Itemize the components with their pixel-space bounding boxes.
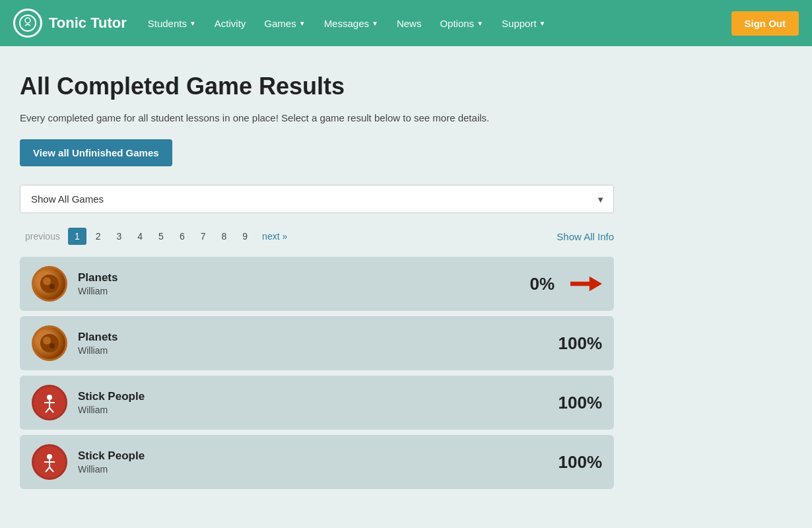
game-score: 100% [556, 333, 602, 354]
game-row[interactable]: Planets William 100% [20, 316, 614, 370]
svg-point-3 [43, 277, 51, 285]
avatar [32, 266, 67, 302]
nav-menu: Students ▼ Activity Games ▼ Messages ▼ N… [140, 13, 725, 34]
svg-point-8 [50, 343, 55, 348]
nav-games[interactable]: Games ▼ [256, 13, 313, 34]
game-results-list: Planets William 0% Planets Willi [20, 257, 614, 489]
svg-point-9 [47, 395, 52, 400]
games-filter-dropdown[interactable]: Show All Games [20, 185, 614, 213]
page-number-7[interactable]: 7 [194, 228, 213, 245]
chevron-down-icon: ▼ [372, 20, 378, 27]
game-student: William [78, 464, 545, 475]
game-name: Stick People [78, 449, 545, 463]
navbar: Tonic Tutor Students ▼ Activity Games ▼ … [0, 0, 812, 46]
games-filter-dropdown-wrap: Show All Games ▼ [20, 185, 614, 213]
svg-point-1 [25, 18, 30, 23]
nav-news[interactable]: News [389, 13, 430, 34]
chevron-down-icon: ▼ [299, 20, 306, 27]
page-number-3[interactable]: 3 [110, 228, 129, 245]
page-number-6[interactable]: 6 [173, 228, 191, 245]
avatar [32, 385, 67, 420]
page-description: Every completed game for all student les… [20, 112, 614, 123]
pagination-previous: previous [20, 228, 65, 245]
logo-icon [13, 9, 42, 38]
avatar [32, 325, 67, 361]
red-arrow-icon [570, 273, 602, 294]
avatar [32, 444, 67, 480]
show-all-info-link[interactable]: Show All Info [557, 231, 614, 242]
page-number-2[interactable]: 2 [89, 228, 108, 245]
pagination-next[interactable]: next » [257, 228, 292, 245]
svg-line-17 [46, 467, 50, 472]
nav-options[interactable]: Options ▼ [432, 13, 491, 34]
brand-name: Tonic Tutor [49, 15, 127, 32]
page-number-1[interactable]: 1 [68, 228, 86, 245]
game-score: 0% [508, 274, 555, 294]
svg-marker-5 [570, 277, 602, 291]
main-content: All Completed Game Results Every complet… [0, 46, 634, 509]
game-student: William [78, 405, 545, 415]
svg-line-13 [50, 408, 53, 412]
nav-activity[interactable]: Activity [207, 13, 254, 34]
game-student: William [78, 286, 498, 296]
view-unfinished-button[interactable]: View all Unfinished Games [20, 139, 172, 166]
game-info: Stick People William [78, 390, 545, 415]
pagination-bar: previous 1 2 3 4 5 6 7 8 9 next » Show A… [20, 228, 614, 245]
game-name: Stick People [78, 390, 545, 403]
svg-line-18 [50, 467, 53, 472]
nav-messages[interactable]: Messages ▼ [316, 13, 386, 34]
game-row[interactable]: Stick People William 100% [20, 376, 614, 430]
game-row[interactable]: Planets William 0% [20, 257, 614, 311]
game-info: Planets William [78, 271, 498, 296]
nav-support[interactable]: Support ▼ [494, 13, 553, 34]
svg-point-14 [47, 454, 52, 459]
svg-line-12 [46, 408, 50, 412]
nav-students[interactable]: Students ▼ [140, 13, 204, 34]
game-score: 100% [556, 452, 602, 473]
chevron-down-icon: ▼ [189, 20, 196, 27]
navbar-logo: Tonic Tutor [13, 9, 127, 38]
page-number-8[interactable]: 8 [215, 228, 234, 245]
page-number-4[interactable]: 4 [131, 228, 149, 245]
page-number-9[interactable]: 9 [236, 228, 254, 245]
chevron-down-icon: ▼ [477, 20, 483, 27]
page-title: All Completed Game Results [20, 73, 614, 100]
game-score: 100% [556, 393, 602, 413]
pagination-left: previous 1 2 3 4 5 6 7 8 9 next » [20, 228, 292, 245]
game-name: Planets [78, 331, 545, 344]
signout-button[interactable]: Sign Out [731, 11, 799, 36]
game-info: Stick People William [78, 449, 545, 475]
game-name: Planets [78, 271, 498, 284]
game-row[interactable]: Stick People William 100% [20, 435, 614, 489]
svg-point-4 [50, 284, 55, 289]
page-number-5[interactable]: 5 [152, 228, 170, 245]
svg-point-7 [43, 337, 51, 345]
game-student: William [78, 345, 545, 356]
chevron-down-icon: ▼ [539, 20, 546, 27]
game-info: Planets William [78, 331, 545, 356]
